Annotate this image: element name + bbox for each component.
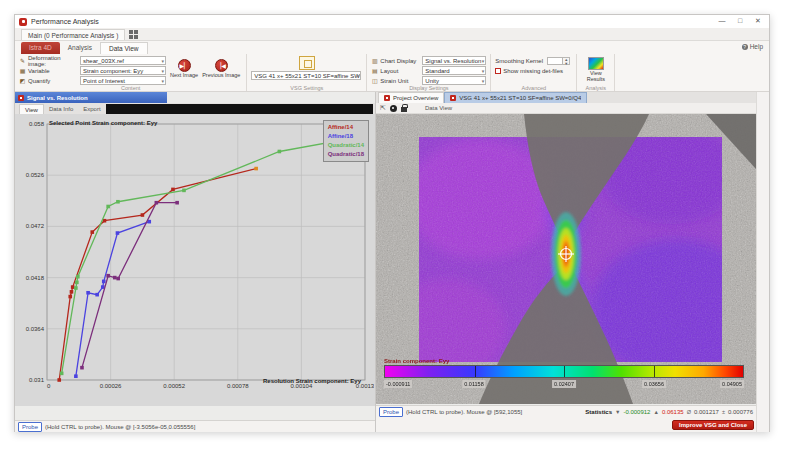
tab-vsg-label: VSG 41 x+ 55x21 ST=10 SF=affine SW=0/Q4 — [459, 95, 581, 101]
ribbon-tab-analysis[interactable]: Analysis — [60, 42, 100, 54]
tab-vsg-result[interactable]: VSG 41 x+ 55x21 ST=10 SF=affine SW=0/Q4 — [444, 92, 587, 103]
ribbon-group-vsg: VSG 41 x+ 55x21 ST=10 SF=affine SW=0/Q4 … — [247, 54, 367, 91]
panel-icon — [18, 95, 24, 101]
export-view-icon[interactable]: ⇱ — [380, 103, 386, 113]
maximize-button[interactable]: □ — [731, 15, 749, 27]
dic-image-view[interactable]: Strain component: Eyy -0.000911 0.01158 … — [376, 114, 756, 404]
ribbon-group-analysis: View Results Analysis — [577, 54, 615, 91]
legend-item: Affine/14 — [328, 123, 364, 132]
layout-select[interactable]: Standard — [422, 66, 486, 75]
group-caption-advanced: Advanced — [491, 85, 576, 91]
colorbar-value: -0.000911 — [384, 380, 412, 388]
chart-title: Selected Point Strain component: Eyy — [49, 120, 157, 126]
quantify-select[interactable]: Point of Interest — [80, 76, 166, 85]
tab-project-overview[interactable]: Project Overview — [378, 92, 444, 103]
statistics: Statistics ▼ -0.000912 ▲ 0.06135 Ø 0.001… — [585, 409, 753, 415]
minimize-button[interactable]: — — [713, 15, 731, 27]
mean-icon: Ø — [687, 409, 691, 415]
document-tab-row: Main (0 Performance Analysis ) — [15, 28, 769, 41]
vsg-select[interactable]: VSG 41 x+ 55x21 ST=10 SF=affine SW=0/Q4 — [251, 71, 361, 80]
ribbon-tab-app[interactable]: Istra 4D — [21, 42, 60, 54]
spinner-arrows-icon[interactable]: ▲▼ — [563, 57, 570, 65]
view-results-icon — [588, 57, 604, 70]
chart-status-bar: Probe (Hold CTRL to probe). Mouse @ [-3.… — [15, 420, 375, 432]
chart-display-icon: ▥ — [371, 57, 378, 64]
help-button[interactable]: ? Help — [742, 43, 763, 50]
layout-label: Layout — [380, 68, 422, 74]
legend-item: Quadratic/14 — [328, 141, 364, 150]
probe-button-overview[interactable]: Probe — [379, 407, 403, 417]
next-image-label: Next Image — [170, 73, 198, 79]
statistics-label: Statistics — [585, 409, 612, 415]
statistics-min: -0.000912 — [623, 409, 650, 415]
app-window: Performance Analysis — □ ✕ Main (0 Perfo… — [14, 14, 770, 432]
ribbon-tab-data-view[interactable]: Data View — [100, 42, 148, 54]
colorbar-values: -0.000911 0.01158 0.02407 0.03656 0.0490… — [384, 380, 744, 389]
tab-view[interactable]: View — [19, 104, 44, 114]
ribbon-group-display: ▥ Chart Display Signal vs. Resolution ▤ … — [367, 54, 491, 91]
vsg-tab-icon — [450, 95, 456, 101]
signal-vs-resolution-chart[interactable]: 00.000260.000520.000780.001040.00130.031… — [15, 114, 374, 406]
signal-resolution-panel: Signal vs. Resolution View Data Info Exp… — [15, 92, 376, 432]
show-missing-checkbox[interactable] — [495, 68, 501, 74]
show-missing-label: Show missing det-files — [503, 68, 563, 74]
max-icon: ▲ — [653, 409, 658, 415]
deformation-image-label: Deformation image: — [28, 55, 80, 67]
overview-bottom-bar: Improve VSG and Close — [376, 417, 756, 432]
window-title: Performance Analysis — [31, 18, 99, 25]
title-bar: Performance Analysis — □ ✕ — [15, 15, 769, 28]
toolbar-data-view-label: Data View — [425, 105, 452, 111]
legend-item: Quadratic/18 — [328, 150, 364, 159]
chart-display-select[interactable]: Signal vs. Resolution — [422, 56, 486, 65]
group-caption-display: Display Settings — [367, 85, 490, 91]
panel-header: Signal vs. Resolution — [15, 92, 375, 103]
lock-icon[interactable] — [401, 107, 407, 112]
improve-vsg-close-button[interactable]: Improve VSG and Close — [672, 420, 754, 430]
y-tick-label: 0.031 — [29, 377, 45, 383]
legend-item: Affine/18 — [328, 132, 364, 141]
panel-title: Signal vs. Resolution — [27, 95, 88, 101]
group-caption-vsg: VSG Settings — [247, 85, 366, 91]
document-tab-main[interactable]: Main (0 Performance Analysis ) — [21, 29, 125, 40]
colorbar — [384, 365, 744, 378]
chart-x-axis-label: Resolution Strain component: Eyy — [263, 378, 361, 384]
next-image-button[interactable]: ▶▏ Next Image — [170, 59, 198, 79]
smoothing-kernel-input[interactable] — [547, 57, 563, 65]
colorbar-title: Strain component: Eyy — [384, 358, 449, 364]
variable-icon: ▦ — [19, 67, 26, 74]
deformation-image-select[interactable]: shear_003X.ref — [80, 56, 166, 65]
x-tick-label: 0.00026 — [100, 383, 122, 389]
tab-export[interactable]: Export — [78, 104, 105, 114]
previous-image-icon: ▕◀ — [215, 59, 228, 72]
target-icon[interactable] — [390, 105, 397, 112]
vsg-icon — [299, 56, 315, 70]
variable-label: Variable — [28, 68, 80, 74]
layout-grid-icon[interactable] — [129, 30, 138, 39]
page: Performance Analysis — □ ✕ Main (0 Perfo… — [0, 0, 800, 466]
smoothing-kernel-stepper[interactable]: ▲▼ — [547, 57, 570, 65]
x-tick-label: 0.00078 — [227, 383, 249, 389]
chart-area[interactable]: 00.000260.000520.000780.001040.00130.031… — [15, 114, 375, 406]
y-tick-label: 0.0364 — [26, 326, 45, 332]
tab-filler-bar — [106, 104, 373, 114]
document-tab-label: Main (0 Performance Analysis ) — [28, 32, 118, 39]
tab-data-info[interactable]: Data Info — [44, 104, 78, 114]
y-tick-label: 0.0472 — [26, 223, 45, 229]
panel-header-bar[interactable]: Signal vs. Resolution — [15, 92, 167, 103]
quantify-icon: ◩ — [19, 77, 26, 84]
app-icon — [19, 18, 27, 26]
collapsed-side-panel-strip[interactable] — [756, 92, 769, 432]
help-label: Help — [750, 43, 763, 50]
min-icon: ▼ — [615, 409, 620, 415]
group-caption-analysis: Analysis — [577, 85, 614, 91]
strain-unit-select[interactable]: Unity — [422, 76, 486, 85]
variable-select[interactable]: Strain component: Eyy — [80, 66, 166, 75]
probe-button[interactable]: Probe — [18, 422, 42, 432]
close-button[interactable]: ✕ — [749, 15, 767, 27]
strain-unit-icon: ◫ — [371, 77, 378, 84]
view-results-button[interactable]: View Results — [581, 56, 610, 82]
previous-image-button[interactable]: ▕◀ Previous Image — [202, 59, 240, 79]
x-tick-label: 0.00052 — [163, 383, 185, 389]
colorbar-value: 0.02407 — [552, 380, 576, 388]
probe-status-text: (Hold CTRL to probe). Mouse @ [-3.5056e-… — [45, 424, 195, 430]
